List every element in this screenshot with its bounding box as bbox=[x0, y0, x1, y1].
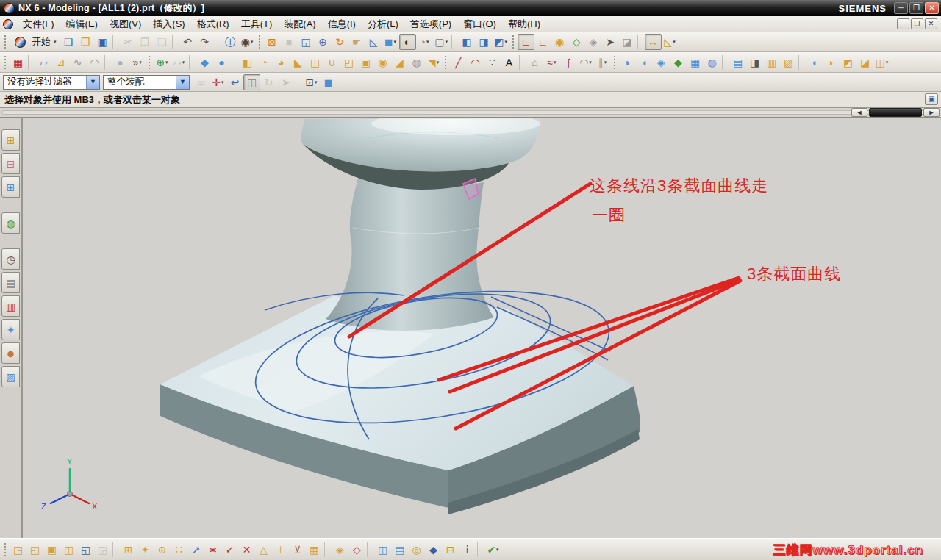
menu-tools[interactable]: 工具(T) bbox=[235, 16, 279, 32]
toolbar-grip[interactable] bbox=[3, 35, 8, 49]
rectangle-select[interactable]: ⊡▾ bbox=[303, 74, 320, 90]
extrude[interactable]: ◧ bbox=[239, 54, 256, 71]
move-component[interactable]: △ bbox=[255, 542, 272, 558]
find-component-search-dropdown-icon[interactable]: ▾ bbox=[251, 39, 254, 45]
spline-dropdown-icon[interactable]: ▾ bbox=[554, 60, 557, 65]
open-part[interactable]: ❒ bbox=[77, 34, 94, 50]
start-button[interactable]: 开始 ▾ bbox=[10, 35, 60, 49]
zoom-region[interactable]: ◱ bbox=[298, 34, 315, 50]
toolbar-grip[interactable] bbox=[3, 543, 8, 556]
component-attributes[interactable]: ⊟ bbox=[442, 542, 459, 558]
through-curve-mesh[interactable]: ◖ bbox=[636, 54, 653, 71]
clear-rotation-reference[interactable]: ◈ bbox=[585, 34, 602, 50]
rendering-style-dropdown-icon[interactable]: ▾ bbox=[426, 39, 429, 45]
wave-geometry-linker[interactable]: ◈ bbox=[332, 542, 348, 558]
tube-feature[interactable]: ◠ bbox=[86, 54, 103, 71]
set-rotation-point[interactable]: ◇ bbox=[568, 34, 585, 50]
model-stem[interactable] bbox=[326, 178, 494, 331]
sketch[interactable]: ▦ bbox=[10, 54, 26, 71]
undo[interactable]: ↶ bbox=[179, 34, 196, 50]
rectangle-select-dropdown-icon[interactable]: ▾ bbox=[315, 79, 318, 85]
clearance-analysis[interactable]: ◎ bbox=[408, 542, 425, 558]
scroll-left-button[interactable]: ◄ bbox=[851, 108, 867, 117]
menu-information[interactable]: 信息(I) bbox=[322, 16, 362, 32]
datum-csys[interactable]: ⊿ bbox=[52, 54, 69, 71]
swept-feature[interactable]: ∿ bbox=[69, 54, 86, 71]
snap-point-dropdown-icon[interactable]: ▾ bbox=[221, 79, 224, 85]
snap-point[interactable]: ✛▾ bbox=[210, 74, 226, 90]
wcs-origin[interactable]: ◉ bbox=[551, 34, 568, 50]
redo[interactable]: ↷ bbox=[196, 34, 213, 50]
separator[interactable] bbox=[147, 56, 152, 69]
mirror-assembly[interactable]: ≍ bbox=[204, 542, 221, 558]
rotate-view[interactable]: ↻ bbox=[332, 34, 348, 50]
exploded-views[interactable]: ◫ bbox=[374, 542, 391, 558]
show-degrees-of-freedom[interactable]: ⊻ bbox=[289, 542, 306, 558]
add-component[interactable]: ⊞ bbox=[120, 542, 137, 558]
new-component[interactable]: ✦ bbox=[137, 542, 154, 558]
child-restore-button[interactable]: ❐ bbox=[911, 18, 923, 29]
assembly-sequence[interactable]: ▤ bbox=[391, 542, 408, 558]
selection-filter-dropdown-icon[interactable]: ▼ bbox=[86, 76, 99, 89]
menu-edit[interactable]: 编辑(E) bbox=[60, 16, 104, 32]
thread[interactable]: ◍ bbox=[408, 54, 425, 71]
substitute-component[interactable]: ↗ bbox=[187, 542, 204, 558]
close-button[interactable]: ✕ bbox=[925, 2, 939, 14]
law-extension[interactable]: ◖ bbox=[806, 54, 823, 71]
draft[interactable]: ◥▾ bbox=[425, 54, 442, 71]
zoom-in-out[interactable]: ⊕ bbox=[315, 34, 332, 50]
unite[interactable]: ∪ bbox=[323, 54, 340, 71]
window-layout-dropdown-icon[interactable]: ▾ bbox=[504, 39, 507, 45]
separator[interactable] bbox=[612, 56, 618, 69]
section-surface[interactable]: ▥ bbox=[763, 54, 780, 71]
menu-assemblies[interactable]: 装配(A) bbox=[278, 16, 321, 32]
measure-angle[interactable]: ◺▾ bbox=[662, 34, 679, 50]
spline[interactable]: ≈▾ bbox=[543, 54, 560, 71]
emboss[interactable]: ◫ bbox=[307, 54, 323, 71]
system-scenes-tab[interactable]: ▤ bbox=[1, 272, 20, 293]
face-analysis[interactable]: ◐ bbox=[399, 34, 416, 50]
new-parent[interactable]: ⊕ bbox=[154, 542, 171, 558]
offset-curve-dropdown-icon[interactable]: ▾ bbox=[604, 60, 607, 65]
select-tool[interactable]: ➤ bbox=[602, 34, 619, 50]
materials-tab[interactable]: ✦ bbox=[1, 319, 20, 340]
highlight-shaded[interactable]: ◫ bbox=[243, 74, 260, 90]
scrollbar-thumb[interactable] bbox=[869, 108, 922, 117]
separator[interactable] bbox=[443, 56, 448, 69]
suppress-component[interactable]: ✓ bbox=[221, 542, 238, 558]
edge-blend[interactable]: ◉ bbox=[374, 54, 391, 71]
shell[interactable]: ▣ bbox=[357, 54, 374, 71]
check-mate[interactable]: ✔▾ bbox=[484, 542, 501, 558]
sweep-along-guide[interactable]: ◕ bbox=[273, 54, 290, 71]
open-component[interactable]: ◫ bbox=[60, 542, 77, 558]
view-background[interactable]: ▢▾ bbox=[433, 34, 450, 50]
edit-suppression-state[interactable]: ✕ bbox=[238, 542, 255, 558]
sphere-feature[interactable]: ● bbox=[112, 54, 129, 71]
draft-dropdown-icon[interactable]: ▾ bbox=[437, 60, 440, 65]
maximize-graphics-button[interactable]: ▣ bbox=[925, 93, 938, 105]
transition-surface[interactable]: ◨ bbox=[746, 54, 763, 71]
rendering-style[interactable]: ◔▾ bbox=[416, 34, 433, 50]
separator[interactable] bbox=[257, 35, 262, 49]
plane-dropdown-icon[interactable]: ▾ bbox=[182, 60, 185, 65]
assembly-constraints[interactable]: ⊥ bbox=[272, 542, 289, 558]
offset-curve[interactable]: ∥▾ bbox=[594, 54, 611, 71]
selection-scope-dropdown-icon[interactable]: ▼ bbox=[176, 76, 189, 89]
curve-on-surface-dropdown-icon[interactable]: ▾ bbox=[589, 60, 592, 65]
image-gallery-tab[interactable]: ▨ bbox=[1, 366, 20, 387]
graphics-viewport[interactable]: Y X Z 这条线沿3条截面曲线走 一圈 3条截面曲线 bbox=[22, 118, 941, 538]
trim-body[interactable]: ◰ bbox=[340, 54, 357, 71]
remember-constraints[interactable]: ▦ bbox=[306, 542, 323, 558]
interference-check[interactable]: ◆ bbox=[425, 542, 442, 558]
separator[interactable] bbox=[511, 35, 516, 49]
view-background-dropdown-icon[interactable]: ▾ bbox=[445, 39, 448, 45]
swept-surface[interactable]: ◈ bbox=[653, 54, 670, 71]
minimize-button[interactable]: ─ bbox=[894, 2, 908, 14]
bounded-plane[interactable]: ◍ bbox=[704, 54, 720, 71]
arc[interactable]: ◠ bbox=[467, 54, 484, 71]
new-window[interactable]: ◧ bbox=[459, 34, 476, 50]
ruled-surface[interactable]: ▤ bbox=[729, 54, 746, 71]
toolbar-grip[interactable] bbox=[3, 56, 8, 69]
menu-window[interactable]: 窗口(O) bbox=[457, 16, 502, 32]
sew[interactable]: ◫▾ bbox=[873, 54, 890, 71]
